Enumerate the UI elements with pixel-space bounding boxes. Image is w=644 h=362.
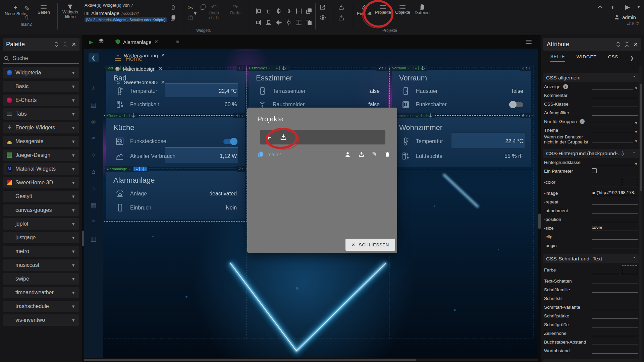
attribute-input[interactable] xyxy=(592,207,638,214)
attribute-input[interactable] xyxy=(592,127,633,133)
attribute-input[interactable] xyxy=(592,136,633,142)
align-center-vertical-icon[interactable] xyxy=(276,19,282,25)
attribute-control[interactable]: ▼ xyxy=(592,339,638,345)
align-top-icon[interactable] xyxy=(266,8,272,14)
fold-icon[interactable] xyxy=(63,42,67,47)
preview-button[interactable] xyxy=(319,15,326,20)
send-to-back-icon[interactable] xyxy=(306,19,312,25)
palette-group[interactable]: swipe ▼ xyxy=(3,273,79,285)
palette-group[interactable]: Widgeteria ▼ xyxy=(3,67,79,78)
chevron-right-icon[interactable]: ❯ xyxy=(630,55,635,61)
import-project-button[interactable] xyxy=(280,133,287,141)
color-swatch[interactable] xyxy=(622,265,637,274)
unfold-icon[interactable] xyxy=(616,42,620,47)
view-icon-sweethome[interactable]: ⌂ xyxy=(84,180,103,197)
attribute-control[interactable]: ▼ xyxy=(592,234,638,240)
view-tab[interactable]: Materialdesign ✕ xyxy=(109,62,171,75)
widget-row[interactable]: Feuchtigkeit 60 % xyxy=(113,98,237,111)
align-right-icon[interactable] xyxy=(256,19,262,25)
view-icon-weather[interactable]: ≈ xyxy=(84,130,103,146)
view-icon-settings[interactable]: ≡ xyxy=(84,214,103,230)
align-left-icon[interactable] xyxy=(256,8,262,14)
collapse-toolbar-button[interactable] xyxy=(598,5,602,9)
palette-group[interactable]: Basic ▼ xyxy=(3,81,79,92)
align-bottom-icon[interactable] xyxy=(266,19,272,25)
attribute-control[interactable]: ▼ xyxy=(592,199,638,205)
palette-group[interactable]: Jaeger-Design ▼ xyxy=(3,149,79,161)
delete-project-icon[interactable] xyxy=(384,151,390,158)
attribute-input[interactable] xyxy=(592,199,638,205)
rename-project-icon[interactable]: ✎ xyxy=(372,150,377,158)
view-tab[interactable]: Alarmanlage ✕ xyxy=(109,35,171,49)
close-attributes-icon[interactable]: ✕ xyxy=(634,41,638,48)
cut-button[interactable]: ✂ xyxy=(188,4,194,11)
tab-css[interactable]: CSS xyxy=(608,54,619,61)
chevron-down-icon[interactable]: ▾ xyxy=(194,10,197,16)
attribute-control[interactable]: ▼ xyxy=(592,118,638,124)
widget-row[interactable]: Funksteckdose xyxy=(113,134,237,149)
widget-row[interactable]: Anlage deactivated xyxy=(113,187,237,201)
pages-button[interactable]: Seiten xyxy=(38,4,50,15)
attribute-input[interactable] xyxy=(592,216,638,222)
new-page-button[interactable]: + Neue Seite xyxy=(5,4,26,16)
align-center-horizontal-icon[interactable] xyxy=(276,8,282,14)
attribute-input[interactable] xyxy=(592,92,638,98)
close-tab-icon[interactable]: ✕ xyxy=(159,66,163,71)
attribute-input[interactable] xyxy=(592,304,638,310)
clone-widget-button[interactable] xyxy=(170,15,176,21)
widget-kueche[interactable]: Küche←|↔|⚓ 4 ↑ ↓ Küche Funksteckdose Aku… xyxy=(104,115,247,169)
attribute-input[interactable] xyxy=(592,110,638,116)
import-views-button[interactable] xyxy=(338,4,344,10)
attribute-control[interactable]: ▼ xyxy=(592,330,638,336)
widget-alarmanlage[interactable]: Alarmanlage←|↔|⚓ 7 ↑ Alarmanlage Anlage … xyxy=(104,169,247,222)
widget-row[interactable]: Temperatur 22,4 °C xyxy=(399,134,524,149)
funksteckdose-toggle[interactable] xyxy=(223,139,237,144)
layers-icon[interactable] xyxy=(98,38,104,46)
attribute-input[interactable] xyxy=(592,159,633,165)
widget-wohnzimmer[interactable]: Wohnzimmer←|↔|⚓ 6 ↑ ↓ Wohnzimmer Tempera… xyxy=(390,115,533,169)
widget-row[interactable]: Einbruch Nein xyxy=(113,201,237,215)
attribute-control[interactable]: ▼ xyxy=(592,207,638,214)
attributes-resize-handle[interactable] xyxy=(538,214,541,229)
attribute-control[interactable]: ▼ xyxy=(592,178,638,186)
permissions-icon[interactable] xyxy=(344,151,351,158)
funkschalter-toggle[interactable] xyxy=(510,102,523,107)
palette-group[interactable]: metro ▼ xyxy=(3,246,79,257)
palette-group[interactable]: E-Charts ▼ xyxy=(3,95,79,106)
widget-row[interactable]: Funkschalter xyxy=(399,98,524,111)
attribute-input[interactable] xyxy=(592,287,638,293)
projects-button[interactable]: Projekte xyxy=(375,4,391,15)
attribute-control[interactable]: url('http://192.168.178. ▼ xyxy=(592,190,638,196)
attribute-control[interactable]: ▼ xyxy=(592,92,638,98)
attribute-input[interactable] xyxy=(592,278,638,284)
unfold-icon[interactable] xyxy=(54,42,58,47)
palette-group[interactable]: vis-inventwo ▼ xyxy=(3,314,79,326)
delete-widget-button[interactable] xyxy=(170,4,176,10)
run-view-icon[interactable]: ▶ xyxy=(89,39,93,45)
attribute-control[interactable]: ▼ xyxy=(592,216,638,222)
attribute-control[interactable]: ▼ xyxy=(592,321,638,327)
view-icon-home[interactable]: ⌂ xyxy=(84,163,103,180)
attribute-control[interactable]: ▼ xyxy=(592,136,638,142)
attribute-input[interactable] xyxy=(592,330,638,336)
bring-to-front-icon[interactable] xyxy=(306,8,312,14)
copy-button[interactable] xyxy=(200,4,206,10)
widget-row[interactable]: Akueller Verbrauch 1,12 W xyxy=(113,149,237,164)
distribute-horizontal-icon[interactable] xyxy=(286,8,292,14)
attribute-input[interactable] xyxy=(592,118,633,124)
paste-button[interactable] xyxy=(188,15,194,21)
view-icon-layers[interactable]: ▦ xyxy=(84,197,103,214)
play-runtime-icon[interactable]: ▶ xyxy=(625,3,630,11)
files-button[interactable]: Dateien xyxy=(415,4,430,15)
attribute-control[interactable]: ▼ xyxy=(592,168,638,174)
settings-button[interactable]: ⚙ Einstell. xyxy=(357,4,372,16)
close-tab-icon[interactable]: ✕ xyxy=(161,53,165,58)
open-view-button[interactable] xyxy=(319,4,326,10)
chevron-down-icon[interactable]: ▼ xyxy=(637,5,641,9)
attribute-control[interactable]: ▼ xyxy=(592,295,638,301)
close-tab-icon[interactable]: ✕ xyxy=(155,39,159,45)
attribute-input[interactable] xyxy=(592,339,638,345)
fold-icon[interactable] xyxy=(625,42,629,47)
close-tab-icon[interactable]: ✕ xyxy=(161,79,165,85)
attribute-input[interactable] xyxy=(592,101,638,107)
